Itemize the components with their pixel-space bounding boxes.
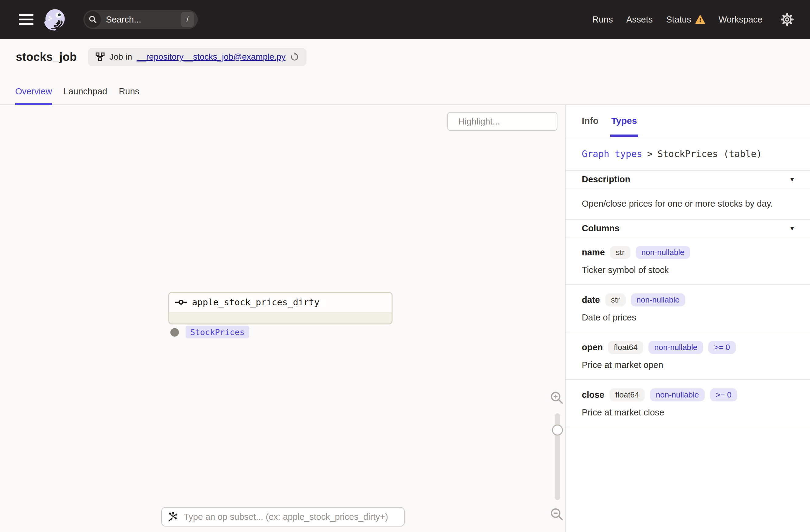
breadcrumb-current: StockPrices (table) — [658, 148, 762, 159]
panel-tabs: Info Types — [566, 105, 810, 137]
constraint-badge: >= 0 — [708, 341, 736, 354]
column-name: open — [582, 342, 603, 352]
zoom-out-icon[interactable] — [550, 507, 564, 523]
output-port-icon[interactable] — [171, 328, 179, 337]
column-row: close float64 non-nullable>= 0 Price at … — [566, 380, 810, 427]
op-io-icon — [175, 300, 188, 305]
job-origin-pill: Job in __repository__stocks_job@example.… — [88, 48, 307, 66]
description-section-header[interactable]: Description ▾ — [566, 171, 810, 188]
column-constraint-badges: non-nullable — [631, 293, 685, 306]
column-description: Date of prices — [582, 312, 794, 323]
slash-shortcut-key: / — [181, 12, 194, 27]
section-title: Description — [582, 174, 631, 184]
column-constraint-badges: non-nullable — [636, 246, 691, 259]
top-nav: Search... / Runs Assets Status Workspace — [0, 0, 810, 39]
column-description: Price at market open — [582, 360, 794, 370]
tab-launchpad[interactable]: Launchpad — [64, 86, 108, 104]
page-title: stocks_job — [16, 50, 77, 64]
op-node-body — [169, 312, 392, 323]
nav-item-label: Status — [666, 15, 691, 25]
constraint-badge: non-nullable — [650, 388, 705, 401]
nav-links: Runs Assets Status Workspace — [593, 13, 810, 27]
breadcrumb: Graph types > StockPrices (table) — [566, 137, 810, 171]
op-output: StockPrices — [171, 326, 249, 338]
op-node-title: apple_stock_prices_dirty — [192, 297, 320, 307]
constraint-badge: non-nullable — [648, 341, 703, 354]
breadcrumb-link-graph-types[interactable]: Graph types — [582, 148, 642, 159]
gear-icon[interactable] — [780, 13, 794, 27]
chevron-down-icon: ▾ — [790, 175, 794, 183]
page-header: stocks_job Job in __repository__stocks_j… — [0, 39, 810, 105]
column-row: date str non-nullable Date of prices — [566, 285, 810, 332]
op-subset-filter — [161, 507, 405, 527]
constraint-badge: non-nullable — [631, 293, 685, 306]
constraint-badge: >= 0 — [710, 388, 737, 401]
job-origin-prefix: Job in — [110, 52, 132, 62]
constraint-badge: non-nullable — [636, 246, 691, 259]
op-subset-input[interactable] — [183, 512, 399, 522]
dagster-app: Search... / Runs Assets Status Workspace — [0, 0, 810, 532]
job-origin-link[interactable]: __repository__stocks_job@example.py — [136, 52, 286, 62]
columns-list: name str non-nullable Ticker symbol of s… — [566, 237, 810, 427]
op-node[interactable]: apple_stock_prices_dirty — [168, 292, 392, 324]
column-row: name str non-nullable Ticker symbol of s… — [566, 237, 810, 285]
op-selector-icon — [167, 511, 178, 522]
highlight-search — [447, 112, 557, 131]
zoom-in-icon[interactable] — [550, 390, 564, 406]
column-type-badge: float64 — [610, 388, 645, 401]
column-description: Price at market close — [582, 407, 794, 418]
page-tabs: Overview Launchpad Runs — [15, 86, 139, 104]
column-type-badge: str — [610, 246, 631, 259]
nav-item-label: Workspace — [718, 15, 763, 25]
dagster-logo-icon[interactable] — [43, 7, 67, 32]
refresh-icon[interactable] — [290, 52, 299, 62]
column-name: name — [582, 247, 605, 257]
tab-runs[interactable]: Runs — [119, 86, 139, 104]
search-placeholder: Search... — [106, 15, 181, 25]
breadcrumb-separator: > — [647, 148, 653, 159]
nav-item-assets[interactable]: Assets — [626, 15, 653, 25]
column-type-badge: str — [605, 293, 626, 306]
nav-item-runs[interactable]: Runs — [593, 15, 613, 25]
column-description: Ticker symbol of stock — [582, 265, 794, 275]
panel-tab-info[interactable]: Info — [582, 105, 599, 136]
global-search-input[interactable]: Search... / — [83, 10, 198, 29]
job-graph-icon — [95, 52, 105, 62]
column-name: date — [582, 295, 600, 305]
columns-section-header[interactable]: Columns ▾ — [566, 220, 810, 237]
nav-item-label: Runs — [593, 15, 613, 25]
graph-canvas[interactable]: apple_stock_prices_dirty StockPrices — [0, 105, 565, 532]
panel-tab-types[interactable]: Types — [611, 105, 637, 136]
search-icon — [85, 11, 101, 28]
column-type-badge: float64 — [608, 341, 643, 354]
nav-item-label: Assets — [626, 15, 653, 25]
highlight-input[interactable] — [458, 116, 573, 127]
type-info-panel: Info Types Graph types > StockPrices (ta… — [565, 105, 810, 532]
column-row: open float64 non-nullable>= 0 Price at m… — [566, 332, 810, 380]
output-type-badge[interactable]: StockPrices — [185, 326, 249, 338]
nav-item-status[interactable]: Status — [666, 15, 705, 25]
column-name: close — [582, 390, 604, 400]
tab-overview[interactable]: Overview — [15, 86, 52, 104]
column-constraint-badges: non-nullable>= 0 — [648, 341, 736, 354]
column-constraint-badges: non-nullable>= 0 — [650, 388, 737, 401]
chevron-down-icon: ▾ — [790, 224, 794, 232]
section-title: Columns — [582, 223, 619, 233]
zoom-slider-knob[interactable] — [552, 424, 563, 436]
description-text: Open/close prices for one or more stocks… — [566, 188, 810, 220]
nav-item-workspace[interactable]: Workspace — [718, 15, 763, 25]
warning-icon — [695, 15, 705, 24]
menu-icon[interactable] — [19, 14, 33, 25]
